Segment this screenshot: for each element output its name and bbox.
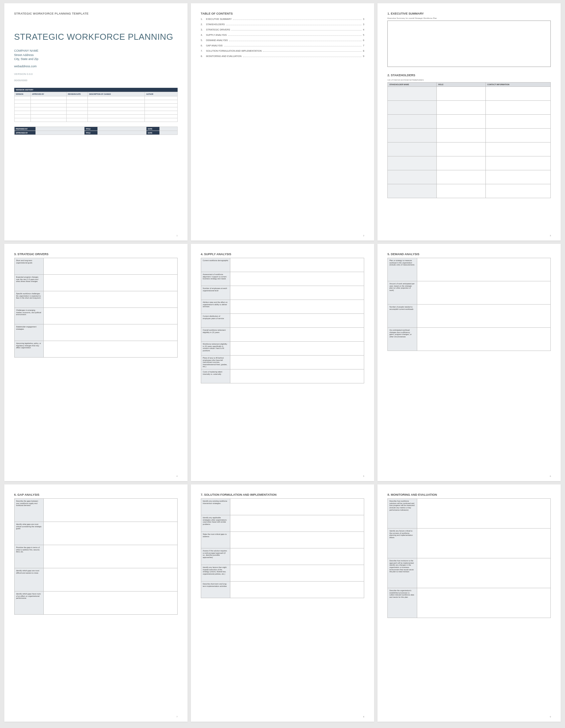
table-row: APPROVED BY TITLE DATE (14, 131, 177, 135)
table-row: Specific workforce challenges the organi… (14, 291, 177, 308)
table-header-row: VERSION APPROVED BY REVISION DATE DESCRI… (14, 92, 177, 96)
exec-summary-heading: 1. EXECUTIVE SUMMARY (387, 12, 551, 15)
table-row (14, 100, 177, 104)
table-row: Identify any factors that might impede e… (201, 565, 364, 582)
gap-analysis-heading: 6. GAP ANALYSIS (14, 493, 178, 496)
table-row (388, 142, 551, 156)
document-title: STRATEGIC WORKFORCE PLANNING (14, 32, 178, 41)
page-3: 1. EXECUTIVE SUMMARY Executive Summary f… (377, 3, 561, 241)
table-row (388, 115, 551, 129)
table-row: Workforce retirement eligibility in (X) … (201, 342, 364, 356)
page-5: 4. SUPPLY ANALYSIS Current workforce dem… (191, 244, 374, 481)
exec-summary-box (387, 21, 551, 67)
title-label: TITLE (85, 127, 97, 131)
document-grid: STRATEGIC WORKFORCE PLANNING TEMPLATE ST… (4, 3, 561, 722)
table-row (14, 104, 177, 107)
table-row: Assess if the solution requires a multi-… (201, 548, 364, 565)
page-number: 9 (550, 716, 551, 718)
supply-analysis-heading: 4. SUPPLY ANALYSIS (201, 252, 364, 256)
solution-table: Identify any existing workforce interven… (201, 498, 364, 598)
col-version: VERSION (14, 92, 30, 96)
page-9: 8. MONITORING AND EVALUATION Describe ho… (377, 484, 561, 722)
table-header-row: STAKEHOLDER NAME ROLE CONTACT INFORMATIO… (388, 83, 551, 87)
table-row: Upcoming legislative, policy, or regulat… (14, 341, 177, 358)
toc-title: TABLE OF CONTENTS (201, 12, 364, 15)
table-row: Overall workforce retirement eligibility… (201, 328, 364, 342)
monitoring-heading: 8. MONITORING AND EVALUATION (387, 493, 551, 496)
stakeholders-heading: 2. STAKEHOLDERS (387, 74, 551, 77)
gap-analysis-table: Describe the gaps between your workforce… (14, 498, 178, 615)
toc-item: 2.STAKEHOLDERS3 (201, 23, 364, 26)
table-row: Identify which gaps have more of an effe… (14, 591, 177, 615)
page-number: 2 (363, 235, 364, 237)
page-number: 6 (550, 475, 551, 477)
table-row (388, 170, 551, 184)
table-row: Identify any applicable strategies other… (201, 515, 364, 532)
city-state-zip: City, State and Zip (14, 57, 178, 61)
table-row (388, 184, 551, 198)
page-2: TABLE OF CONTENTS 1.EXECUTIVE SUMMARY3 2… (191, 3, 374, 241)
table-row (388, 156, 551, 170)
toc-item: 1.EXECUTIVE SUMMARY3 (201, 18, 364, 21)
version-text: VERSION 0.0.0 (14, 73, 178, 76)
toc-item: 8.MONITORING AND EVALUATION9 (201, 55, 364, 58)
toc-list: 1.EXECUTIVE SUMMARY3 2.STAKEHOLDERS3 3.S… (201, 18, 364, 58)
table-row: Any anticipated workload changes due to … (388, 328, 551, 351)
table-row: Describe how workforce solutions will be… (388, 499, 551, 529)
page-6: 5. DEMAND ANALYSIS Plan or strategy to m… (377, 244, 561, 481)
table-row: Amount of work anticipated per year, bas… (388, 281, 551, 305)
version-history-table: VERSION APPROVED BY REVISION DATE DESCRI… (14, 92, 178, 122)
monitoring-table: Describe how workforce solutions will be… (387, 498, 551, 618)
table-row (14, 115, 177, 118)
page-number: 3 (550, 235, 551, 237)
page-number: 1 (176, 235, 177, 237)
title-label-2: TITLE (85, 131, 97, 135)
col-author: AUTHOR (145, 92, 177, 96)
street-address: Street Address (14, 53, 178, 57)
table-row: Expected program changes over the next 1… (14, 275, 177, 291)
table-row: Describe short-term and long-term implem… (201, 582, 364, 598)
version-history-header: VERSION HISTORY (14, 88, 178, 92)
table-row: Challenges in emerging market, economic,… (14, 308, 177, 324)
company-block: COMPANY NAME Street Address City, State … (14, 49, 178, 61)
col-revision-date: REVISION DATE (67, 92, 88, 96)
title-value (97, 127, 146, 131)
toc-item: 6.GAP ANALYSIS7 (201, 44, 364, 47)
table-row (14, 111, 177, 115)
page-number: 4 (176, 475, 177, 477)
table-row: Describe the gaps between your workforce… (14, 499, 177, 522)
table-row (14, 118, 177, 122)
exec-summary-note: Executive Summary for overall Strategic … (387, 17, 551, 19)
approved-by-label: APPROVED BY (14, 131, 35, 135)
page-1: STRATEGIC WORKFORCE PLANNING TEMPLATE ST… (4, 3, 188, 241)
table-row: Identify what gaps are most critical con… (14, 522, 177, 545)
approved-by-value (35, 131, 85, 135)
col-role: ROLE (436, 83, 485, 87)
table-row: Costs of replacing talent internally vs.… (201, 369, 364, 383)
table-row: Current workforce demographic (201, 258, 364, 272)
date-label: DATE (146, 127, 159, 131)
col-stakeholder-name: STAKEHOLDER NAME (388, 83, 437, 87)
demand-analysis-table: Plan or strategy to measure workload in … (387, 258, 551, 351)
date-value (159, 127, 177, 131)
table-row: State the most critical gaps to address (201, 532, 364, 548)
page-4: 3. STRATEGIC DRIVERS Short and long-term… (4, 244, 188, 481)
table-row: Current distribution of employee years o… (201, 314, 364, 328)
page-8: 7. SOLUTION FORMULATION AND IMPLEMENTATI… (191, 484, 374, 722)
table-row (14, 107, 177, 111)
page-number: 5 (363, 475, 364, 477)
table-row: Number of employees at each organization… (201, 286, 364, 300)
prepared-by-label: PREPARED BY (14, 127, 35, 131)
toc-item: 4.SUPPLY ANALYSIS5 (201, 34, 364, 36)
date-label-2: DATE (146, 131, 159, 135)
strategic-drivers-table: Short and long-term organizational goals… (14, 258, 178, 358)
table-row: Attrition rates and the effect on organi… (201, 300, 364, 314)
page-number: 8 (363, 716, 364, 718)
toc-item: 3.STRATEGIC DRIVERS4 (201, 28, 364, 31)
toc-item: 7.SOLUTION FORMULATION AND IMPLEMENTATIO… (201, 50, 364, 52)
stakeholders-table: STAKEHOLDER NAME ROLE CONTACT INFORMATIO… (387, 82, 551, 198)
date-value-2 (159, 131, 177, 135)
table-row: Plans (if any) to fill behind employees … (201, 356, 364, 369)
table-row (388, 129, 551, 142)
strategic-drivers-heading: 3. STRATEGIC DRIVERS (14, 252, 178, 256)
